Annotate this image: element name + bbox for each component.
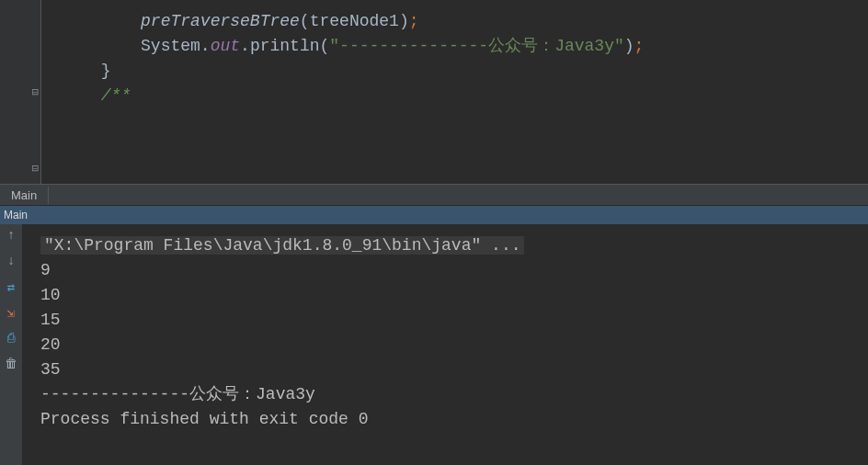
code-token: ; [409,12,419,30]
code-line: /** [41,84,868,108]
print-icon[interactable]: ⎙ [4,331,18,346]
code-token: treeNode1 [310,12,399,30]
scroll-down-icon[interactable]: ↓ [4,254,18,268]
editor-gutter: ⊟ ⊟ [0,0,41,184]
run-toolwindow-header[interactable]: Main [0,206,868,224]
scroll-up-icon[interactable]: ↑ [4,228,18,243]
code-token: ( [300,12,310,30]
code-token: println [250,37,320,55]
code-token: ) [399,12,409,30]
run-console-pane: ↑ ↓ ⇄ ⇲ ⎙ 🗑 "X:\Program Files\Java\jdk1.… [0,224,868,465]
code-token: "---------------公众号：Java3y" [329,37,623,55]
console-line: 15 [40,308,868,333]
code-token: ( [320,37,330,55]
code-token: System [141,37,200,55]
code-token: ; [634,37,645,55]
console-line: 9 [40,258,868,283]
console-line: Process finished with exit code 0 [40,407,868,432]
code-token: preTraverseBTree [141,12,300,30]
code-line: System.out.println("---------------公众号：J… [41,34,868,59]
code-line: } [41,59,868,84]
code-token: ) [624,37,634,55]
soft-wrap-icon[interactable]: ⇄ [4,279,18,294]
fold-icon[interactable]: ⊟ [32,87,39,98]
code-line: preTraverseBTree(treeNode1); [41,9,868,34]
code-token: . [200,37,211,55]
export-icon[interactable]: ⇲ [4,305,18,320]
trash-icon[interactable]: 🗑 [4,357,18,371]
editor-pane: ⊟ ⊟ preTraverseBTree(treeNode1); System.… [0,0,868,184]
command-line: "X:\Program Files\Java\jdk1.8.0_91\bin\j… [40,236,524,255]
console-toolbar: ↑ ↓ ⇄ ⇲ ⎙ 🗑 [0,224,22,465]
fold-icon[interactable]: ⊟ [32,164,39,175]
code-token: } [101,62,111,80]
console-line: ---------------公众号：Java3y [40,382,868,407]
console-output[interactable]: "X:\Program Files\Java\jdk1.8.0_91\bin\j… [22,224,868,465]
code-area[interactable]: preTraverseBTree(treeNode1); System.out.… [41,0,868,184]
console-line: "X:\Program Files\Java\jdk1.8.0_91\bin\j… [40,233,868,258]
console-line: 10 [40,283,868,308]
console-line: 35 [40,357,868,382]
editor-tab-bar: Main [0,184,868,206]
code-token: out [211,37,240,55]
run-config-name: Main [4,209,28,221]
code-token: . [240,37,250,55]
console-line: 20 [40,333,868,357]
tab-main[interactable]: Main [0,187,49,204]
code-token: /** [101,86,131,105]
